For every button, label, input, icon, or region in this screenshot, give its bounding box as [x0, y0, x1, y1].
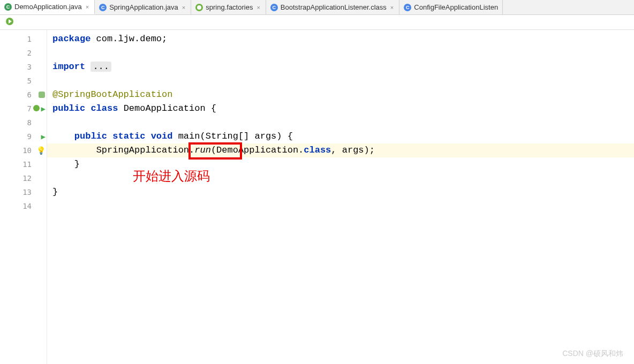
- code-text: (Demo: [211, 145, 238, 155]
- line-number: 12: [22, 174, 32, 183]
- spring-icon: [195, 4, 203, 11]
- keyword: package: [52, 34, 90, 44]
- run-gutter-icon[interactable]: ▶: [41, 104, 46, 113]
- line-number: 7: [27, 104, 32, 113]
- code-text: main(String[] args) {: [178, 131, 293, 141]
- line-number: 8: [27, 118, 32, 127]
- method-call: run: [194, 145, 211, 155]
- line-number: 5: [27, 77, 32, 85]
- keyword: void: [151, 131, 178, 141]
- watermark: CSDN @硕风和炜: [562, 349, 623, 359]
- editor-tabs: C DemoApplication.java × C SpringApplica…: [0, 0, 634, 15]
- svg-rect-1: [39, 92, 45, 98]
- tab-label: spring.factories: [206, 3, 253, 11]
- java-class-icon: C: [99, 4, 107, 11]
- gutter: 1 2 3 5 6 7 ▶ 8 9 ▶ 10 💡 11 12 13 14: [0, 30, 47, 364]
- tab-label: SpringApplication.java: [109, 3, 178, 11]
- run-gutter-icon[interactable]: ▶: [41, 132, 46, 141]
- java-class-icon: C: [270, 4, 278, 11]
- line-number: 10: [22, 146, 32, 155]
- java-class-icon: C: [404, 4, 411, 11]
- code-text: , args);: [331, 145, 375, 155]
- spring-gutter-icon[interactable]: [38, 91, 46, 98]
- java-class-icon: C: [4, 3, 12, 11]
- line-number: 6: [27, 90, 32, 99]
- code-text: Application.: [238, 145, 304, 155]
- close-icon[interactable]: ×: [389, 4, 395, 11]
- close-icon[interactable]: ×: [255, 4, 261, 11]
- tab-label: ConfigFileApplicationListen: [414, 3, 498, 11]
- tab-label: BootstrapApplicationListener.class: [281, 3, 387, 11]
- line-number: 9: [27, 132, 32, 141]
- keyword: public: [52, 103, 90, 113]
- tab-bootstrap-listener[interactable]: C BootstrapApplicationListener.class ×: [266, 0, 399, 14]
- close-icon[interactable]: ×: [85, 4, 90, 10]
- tab-spring-application[interactable]: C SpringApplication.java ×: [95, 0, 191, 14]
- intention-bulb-icon[interactable]: 💡: [36, 146, 46, 155]
- spring-bean-icon[interactable]: [33, 104, 40, 113]
- code-fold[interactable]: ...: [90, 62, 111, 72]
- code-text: com.ljw.demo;: [90, 34, 167, 44]
- tab-config-file-listener[interactable]: C ConfigFileApplicationListen: [399, 0, 503, 14]
- tab-demo-application[interactable]: C DemoApplication.java ×: [0, 0, 95, 14]
- keyword: class: [90, 103, 123, 113]
- keyword: static: [112, 131, 150, 141]
- keyword: public: [74, 131, 112, 141]
- line-number: 14: [22, 202, 32, 210]
- code-text: }: [52, 185, 634, 199]
- code-text: .: [189, 145, 194, 155]
- code-editor[interactable]: 1 2 3 5 6 7 ▶ 8 9 ▶ 10 💡 11 12 13 14 pac…: [0, 30, 634, 364]
- code-text: SpringApplication: [96, 145, 189, 155]
- breadcrumb-bar: [0, 15, 634, 30]
- close-icon[interactable]: ×: [181, 4, 186, 11]
- code-text: DemoApplication {: [124, 103, 216, 113]
- tab-label: DemoApplication.java: [14, 3, 82, 11]
- svg-point-2: [33, 105, 40, 111]
- line-number: 1: [27, 35, 32, 43]
- keyword: class: [304, 145, 331, 155]
- line-number: 2: [27, 49, 32, 57]
- annotation: @SpringBootApplication: [52, 89, 172, 100]
- annotation-label: 开始进入源码: [133, 169, 210, 183]
- keyword: import: [52, 62, 90, 72]
- line-number: 13: [22, 188, 32, 196]
- line-number: 11: [22, 160, 32, 169]
- line-number: 3: [27, 63, 32, 71]
- run-config-icon[interactable]: [5, 17, 14, 27]
- tab-spring-factories[interactable]: spring.factories ×: [191, 0, 266, 14]
- code-area[interactable]: package com.ljw.demo; import ... @Spring…: [47, 30, 634, 364]
